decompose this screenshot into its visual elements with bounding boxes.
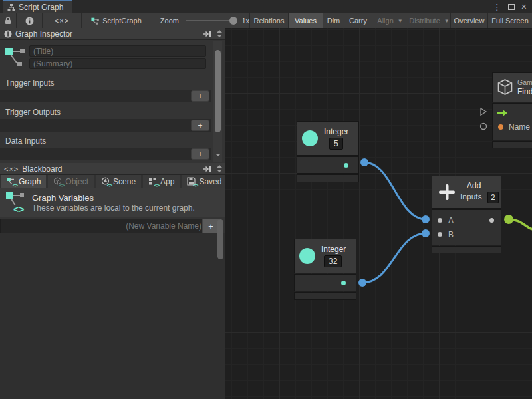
graph-breadcrumb[interactable]: ScriptGraph xyxy=(102,17,142,25)
unconnected-value-port-icon[interactable] xyxy=(481,124,487,130)
zoom-label: Zoom xyxy=(160,17,179,25)
port-name-label: Name xyxy=(509,122,530,132)
chevron-down-icon: ▼ xyxy=(398,18,403,24)
graph-variables-icon: <> xyxy=(5,190,28,215)
code-view-button[interactable]: <×> xyxy=(43,13,81,28)
align-dropdown[interactable]: Align ▼ xyxy=(372,13,408,28)
wire-endpoint[interactable] xyxy=(422,215,430,223)
node-footer xyxy=(297,175,358,182)
graph-icon: <> xyxy=(7,177,16,186)
wire-add-output[interactable] xyxy=(509,219,532,229)
wire-endpoint[interactable] xyxy=(358,279,366,287)
summary-field[interactable] xyxy=(29,58,206,69)
node-footer xyxy=(295,293,356,299)
scroll-up-icon[interactable] xyxy=(217,165,222,168)
app-grid-icon: <> xyxy=(148,177,158,186)
scroll-up-icon[interactable] xyxy=(217,30,222,33)
script-graph-window: Script Graph ⋮ × <×> xyxy=(0,0,532,399)
inspector-scrollbar[interactable] xyxy=(213,41,222,162)
tab-object-variables[interactable]: <> Object xyxy=(48,175,94,188)
input-port-b[interactable] xyxy=(438,232,442,237)
wire-endpoint[interactable] xyxy=(360,158,368,166)
unconnected-flow-port-icon[interactable] xyxy=(481,108,486,115)
tab-scene-variables[interactable]: <> Scene xyxy=(96,175,141,188)
integer-type-icon xyxy=(299,248,315,264)
trigger-outputs-list: + xyxy=(0,119,211,132)
lock-button[interactable] xyxy=(0,13,16,28)
input-port-a[interactable] xyxy=(438,218,442,223)
full-screen-button[interactable]: Full Screen xyxy=(488,13,532,28)
wire-integer5-to-a[interactable] xyxy=(364,162,426,219)
port-b-label: B xyxy=(448,230,454,239)
section-data-inputs-label: Data Inputs xyxy=(5,136,46,146)
window-close-icon[interactable]: × xyxy=(521,2,527,11)
graph-toolbar: <×> ScriptGraph Zoom 1x Relations Values… xyxy=(0,13,532,28)
blackboard-scrollbar-thumb[interactable] xyxy=(217,219,223,259)
gameobject-cube-icon xyxy=(496,78,514,96)
zoom-slider[interactable] xyxy=(186,20,235,21)
distribute-dropdown[interactable]: Distribute ▼ xyxy=(408,13,450,28)
relations-button[interactable]: Relations xyxy=(250,13,288,28)
tab-saved-variables[interactable]: <> Saved xyxy=(182,175,227,188)
carry-button[interactable]: Carry xyxy=(344,13,372,28)
add-trigger-output-button[interactable]: + xyxy=(191,120,209,131)
scene-icon: <> xyxy=(101,177,110,186)
node-add[interactable]: Add Inputs 2 A B xyxy=(432,176,501,253)
plus-icon xyxy=(438,184,456,201)
overview-button[interactable]: Overview xyxy=(451,13,487,28)
wire-integer32-to-b[interactable] xyxy=(362,233,426,283)
graph-variables-info: <> Graph Variables These variables are l… xyxy=(0,188,225,217)
graph-variables-icon xyxy=(4,45,27,69)
flow-input-port[interactable] xyxy=(497,109,508,117)
node-title: Integer xyxy=(321,245,346,254)
inputs-count-field[interactable]: 2 xyxy=(487,192,499,203)
add-data-input-button[interactable]: + xyxy=(191,148,209,160)
inspector-scrollbar-thumb[interactable] xyxy=(215,50,221,132)
blackboard-empty-area xyxy=(0,233,225,399)
integer-type-icon xyxy=(302,130,318,146)
lock-icon xyxy=(5,17,11,25)
tab-app-variables[interactable]: <> App xyxy=(143,175,180,188)
dim-button[interactable]: Dim xyxy=(323,13,344,28)
info-icon xyxy=(25,17,34,25)
title-field[interactable] xyxy=(29,45,206,57)
section-trigger-inputs-label: Trigger Inputs xyxy=(5,78,55,88)
integer-value-field[interactable]: 5 xyxy=(329,138,343,150)
section-trigger-outputs-label: Trigger Outputs xyxy=(5,108,61,117)
graph-tree-icon xyxy=(7,3,15,11)
output-port[interactable] xyxy=(489,218,494,223)
zoom-value: 1x xyxy=(241,17,249,25)
output-port[interactable] xyxy=(344,163,348,168)
name-input-port[interactable] xyxy=(498,124,503,130)
wire-endpoint[interactable] xyxy=(504,215,513,224)
graph-canvas[interactable]: Integer 5 Integer 32 xyxy=(225,28,532,399)
node-gameobject-find[interactable]: Game Object Find Name xyxy=(493,73,532,148)
graph-inspector-header: Graph Inspector xyxy=(0,28,225,40)
blackboard-scroll-arrows[interactable] xyxy=(217,165,222,172)
new-variable-name-input[interactable] xyxy=(0,219,207,233)
window-menu-icon[interactable]: ⋮ xyxy=(493,3,501,11)
values-button[interactable]: Values xyxy=(289,13,323,28)
tab-script-graph[interactable]: Script Graph xyxy=(3,1,72,13)
tab-title: Script Graph xyxy=(19,3,63,12)
node-integer-32[interactable]: Integer 32 xyxy=(295,239,356,299)
panel-expand-icon[interactable] xyxy=(203,165,211,173)
add-trigger-input-button[interactable]: + xyxy=(191,90,209,102)
scroll-down-icon[interactable] xyxy=(217,170,222,172)
tab-graph-variables[interactable]: <> Graph xyxy=(1,175,46,188)
window-tab-bar: Script Graph ⋮ × xyxy=(0,0,532,13)
wire-endpoint[interactable] xyxy=(422,229,430,237)
panel-expand-icon[interactable] xyxy=(203,30,211,38)
inspector-toggle-button[interactable] xyxy=(17,13,42,28)
zoom-slider-handle[interactable] xyxy=(229,17,237,25)
output-port[interactable] xyxy=(341,281,346,285)
inspector-scroll-arrows[interactable] xyxy=(217,30,222,37)
scroll-down-icon[interactable] xyxy=(215,154,221,156)
node-title: Integer xyxy=(324,127,348,136)
scroll-down-icon[interactable] xyxy=(217,35,222,37)
window-maximize-icon[interactable] xyxy=(508,4,515,10)
node-integer-5[interactable]: Integer 5 xyxy=(297,122,358,182)
integer-value-field[interactable]: 32 xyxy=(324,255,342,267)
graph-variables-description: These variables are local to the current… xyxy=(32,203,195,213)
floppy-disk-icon: <> xyxy=(187,177,196,186)
